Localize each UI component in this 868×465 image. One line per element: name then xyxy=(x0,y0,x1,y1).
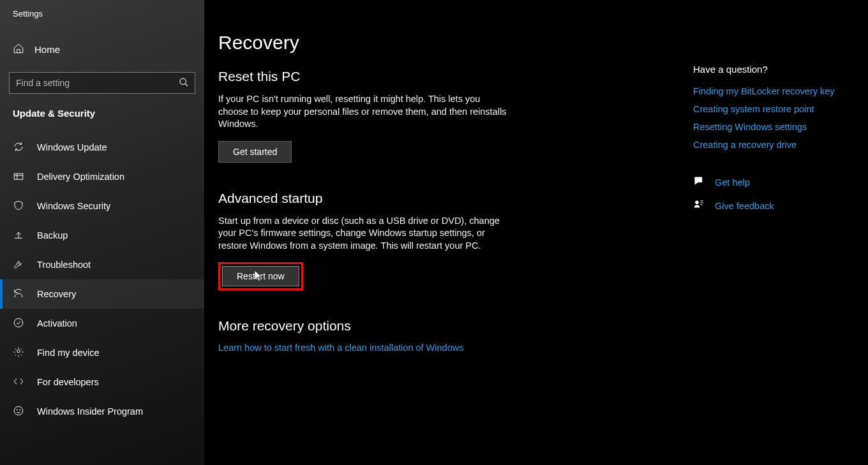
svg-point-11 xyxy=(696,201,699,204)
delivery-icon xyxy=(13,170,24,184)
location-icon xyxy=(13,346,24,360)
wrench-icon xyxy=(13,258,24,272)
settings-window: Settings Home Update & Security Windows … xyxy=(0,0,868,465)
help-icon xyxy=(693,175,705,189)
svg-point-8 xyxy=(700,179,701,181)
sidebar-item-delivery-optimization[interactable]: Delivery Optimization xyxy=(0,162,204,191)
sidebar-item-label: Backup xyxy=(37,230,68,240)
check-circle-icon xyxy=(13,317,24,330)
shield-icon xyxy=(13,200,24,213)
sidebar-item-windows-update[interactable]: Windows Update xyxy=(0,133,204,162)
sidebar-item-label: For developers xyxy=(37,377,99,387)
svg-point-1 xyxy=(180,78,186,84)
sidebar-item-label: Activation xyxy=(37,318,77,328)
rail-question-heading: Have a question? xyxy=(693,64,840,75)
svg-point-10 xyxy=(696,179,698,181)
home-label: Home xyxy=(34,44,60,55)
home-nav[interactable]: Home xyxy=(0,38,204,61)
recovery-icon xyxy=(13,288,24,301)
sync-icon xyxy=(13,141,24,154)
reset-description: If your PC isn't running well, resetting… xyxy=(218,93,512,131)
sidebar-nav: Windows Update Delivery Optimization Win… xyxy=(0,133,204,426)
sidebar-item-backup[interactable]: Backup xyxy=(0,221,204,250)
developers-icon xyxy=(13,376,24,389)
sidebar-item-find-my-device[interactable]: Find my device xyxy=(0,338,204,367)
sidebar-item-label: Find my device xyxy=(37,348,100,358)
sidebar-item-label: Windows Update xyxy=(37,142,107,152)
svg-rect-2 xyxy=(14,173,23,179)
sidebar-item-label: Windows Insider Program xyxy=(37,406,143,417)
annotation-highlight: Restart now xyxy=(218,262,303,290)
svg-point-5 xyxy=(14,406,23,415)
sidebar-item-recovery[interactable]: Recovery xyxy=(0,279,204,309)
insider-icon xyxy=(13,405,24,418)
rail-link-bitlocker[interactable]: Finding my BitLocker recovery key xyxy=(693,86,840,96)
sidebar-item-for-developers[interactable]: For developers xyxy=(0,367,204,397)
app-name: Settings xyxy=(0,0,204,18)
right-rail: Have a question? Finding my BitLocker re… xyxy=(693,64,840,223)
rail-link-reset-settings[interactable]: Resetting Windows settings xyxy=(693,122,840,132)
search-input[interactable] xyxy=(9,72,195,94)
home-icon xyxy=(13,43,24,56)
rail-link-recovery-drive[interactable]: Creating a recovery drive xyxy=(693,140,840,150)
svg-point-9 xyxy=(698,179,700,181)
sidebar: Settings Home Update & Security Windows … xyxy=(0,0,204,465)
give-feedback-label: Give feedback xyxy=(715,201,774,211)
restart-now-button[interactable]: Restart now xyxy=(222,266,299,286)
rail-link-restore-point[interactable]: Creating system restore point xyxy=(693,104,840,114)
more-recovery-heading: More recovery options xyxy=(218,318,868,334)
rail-actions: Get help Give feedback xyxy=(693,175,840,212)
svg-point-4 xyxy=(17,350,20,353)
get-help-row[interactable]: Get help xyxy=(693,175,840,189)
fresh-install-link[interactable]: Learn how to start fresh with a clean in… xyxy=(218,343,463,353)
main-content: Recovery Reset this PC If your PC isn't … xyxy=(204,0,868,465)
svg-point-6 xyxy=(17,409,18,410)
svg-point-7 xyxy=(19,409,20,410)
page-title: Recovery xyxy=(218,32,868,54)
sidebar-section-label: Update & Security xyxy=(0,94,204,121)
sidebar-item-troubleshoot[interactable]: Troubleshoot xyxy=(0,250,204,279)
sidebar-item-activation[interactable]: Activation xyxy=(0,309,204,338)
sidebar-item-label: Troubleshoot xyxy=(37,260,91,270)
sidebar-item-label: Windows Security xyxy=(37,201,110,211)
sidebar-item-windows-insider[interactable]: Windows Insider Program xyxy=(0,397,204,426)
give-feedback-row[interactable]: Give feedback xyxy=(693,199,840,212)
search-icon xyxy=(179,77,189,87)
svg-point-3 xyxy=(14,318,23,327)
backup-icon xyxy=(13,229,24,242)
feedback-icon xyxy=(693,199,705,212)
get-help-label: Get help xyxy=(715,177,750,188)
search-wrap xyxy=(9,72,195,94)
advanced-startup-description: Start up from a device or disc (such as … xyxy=(218,215,512,253)
get-started-button[interactable]: Get started xyxy=(218,141,292,163)
sidebar-item-windows-security[interactable]: Windows Security xyxy=(0,191,204,221)
sidebar-item-label: Recovery xyxy=(37,289,76,299)
sidebar-item-label: Delivery Optimization xyxy=(37,172,124,182)
